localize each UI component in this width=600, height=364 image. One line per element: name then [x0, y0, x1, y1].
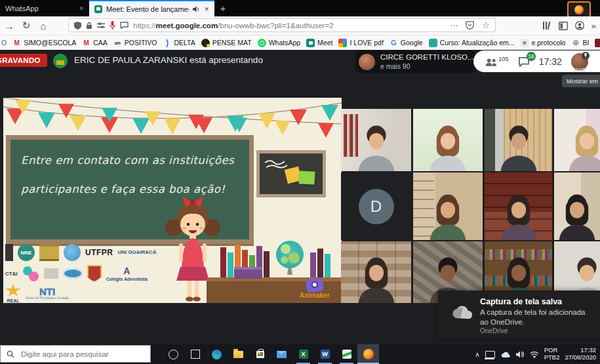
shield-icon[interactable] [74, 22, 81, 30]
tray-date: 27/08/2020 [565, 354, 596, 361]
account-icon[interactable] [575, 21, 584, 30]
bookmark-label: DELTA [174, 39, 195, 47]
close-icon[interactable]: ✕ [204, 6, 209, 12]
presentation-slide[interactable]: Entre em contato com as instituições par… [3, 98, 342, 303]
url-domain: meet.google.com [156, 22, 218, 30]
tab-audio-icon[interactable] [193, 6, 200, 12]
taskbar-search[interactable] [0, 345, 151, 363]
word-button[interactable]: W [314, 344, 336, 364]
onedrive-cloud-icon [450, 304, 475, 322]
bookmark-item[interactable]: SERP [595, 39, 600, 47]
language-indicator[interactable]: POR PTB2 [544, 347, 560, 361]
bookmark-partial[interactable]: O [1, 39, 7, 47]
bookmark-item[interactable]: )DELTA [163, 39, 195, 47]
chat-button[interactable]: 16 [518, 56, 530, 67]
partner-logo-uni-guairac-: UNI GUAIRACÁ [118, 250, 157, 255]
bookmark-label: CAA [93, 39, 108, 47]
participant-video-tile[interactable] [341, 109, 411, 171]
tab-whatsapp[interactable]: WhatsApp ✕ [0, 0, 89, 16]
bookmark-item[interactable]: ⊕BI [571, 39, 589, 47]
meet-top-panel: 105 16 17:32 Você [473, 51, 600, 72]
task-view-button[interactable] [184, 344, 206, 364]
forward-button[interactable]: → [1, 16, 17, 35]
firefox-button[interactable] [357, 344, 379, 364]
store-button[interactable] [249, 344, 271, 364]
bookmark-item[interactable]: Curso: Atualização em... [429, 39, 515, 47]
url-bar[interactable]: https://meet.google.com/bnu-owwb-bwc?pli… [68, 18, 496, 32]
bookmark-item[interactable]: MCAA [82, 39, 108, 47]
you-avatar[interactable]: Você [571, 53, 588, 70]
keyboard-layout: PTB2 [544, 354, 560, 361]
clock-tray[interactable]: 17:32 27/08/2020 [565, 347, 596, 361]
file-explorer-button[interactable] [228, 344, 249, 364]
onedrive-notification[interactable]: Captura de tela salva A captura de tela … [438, 291, 600, 338]
search-input[interactable] [20, 350, 140, 359]
onedrive-tray-icon[interactable] [500, 351, 511, 358]
windows-taskbar: X W ∧ POR PTB2 17:32 [0, 344, 600, 364]
mail-button[interactable] [271, 344, 292, 364]
bookmark-item[interactable]: WhatsApp [258, 39, 300, 47]
pocket-icon[interactable] [466, 21, 474, 30]
bookmark-item[interactable]: MSIMO@ESCOLA [12, 39, 76, 47]
home-button[interactable]: ⌂ [35, 16, 51, 35]
bookmark-item[interactable]: Meet [306, 39, 332, 47]
participant-video-tile[interactable] [485, 109, 552, 171]
participant-video-tile[interactable] [341, 241, 411, 303]
url-text[interactable]: https://meet.google.com/bnu-owwb-bwc?pli… [133, 22, 445, 30]
permissions-icon[interactable] [97, 22, 105, 29]
bookmark-item[interactable]: onPOSITIVO [113, 39, 157, 47]
chat-unread-badge: 16 [527, 52, 536, 61]
green-app-button[interactable] [336, 344, 357, 364]
new-tab-button[interactable]: + [214, 0, 231, 16]
edge-button[interactable] [206, 344, 228, 364]
wifi-icon[interactable] [530, 351, 539, 358]
bookmark-item[interactable]: GGoogle [390, 39, 423, 47]
bookmark-item[interactable]: PENSE MAT [201, 39, 252, 47]
pin-icon [582, 52, 590, 60]
participant-video-tile[interactable] [485, 172, 552, 240]
participant-video-tile[interactable] [413, 109, 483, 171]
pinned-participant[interactable]: CIRCE GORETTI KLOSO... e mais 90 [355, 51, 475, 73]
hangouts-permission-icon[interactable] [120, 22, 129, 29]
recording-badge: GRAVANDO [0, 54, 47, 67]
hidden-icons-chevron[interactable]: ∧ [475, 351, 479, 358]
logo-label: REAL [7, 298, 19, 303]
overflow-menu-icon[interactable]: » [591, 21, 596, 31]
initial-avatar: D [359, 189, 394, 224]
laptop-status-icon[interactable] [485, 351, 495, 358]
meet-clock: 17:32 [539, 56, 562, 67]
store-icon [256, 351, 264, 358]
screen: Entre em contato com as instituições par… [0, 0, 600, 364]
participant-video-tile[interactable] [554, 109, 600, 171]
excel-button[interactable]: X [292, 344, 314, 364]
participant-video-tile[interactable] [413, 172, 483, 240]
sidebar-icon[interactable] [559, 22, 568, 30]
cortana-button[interactable] [163, 344, 184, 364]
reload-button[interactable]: ↻ [18, 16, 34, 35]
close-icon[interactable]: ✕ [79, 5, 84, 12]
microphone-active-icon[interactable] [110, 21, 115, 30]
participant-silhouette [415, 116, 481, 171]
url-path: /bnu-owwb-bwc?pli=1&authuser=2 [218, 22, 333, 30]
partner-logo-partial-dark [5, 244, 13, 261]
pinned-more: e mais 90 [380, 62, 474, 71]
page-actions-icon[interactable]: ⋯ [450, 21, 458, 30]
bookmark-item[interactable]: I LOVE pdf [338, 39, 383, 47]
logos-row-2: CT&IColégio Adventista [5, 263, 148, 284]
library-icon[interactable] [542, 21, 551, 30]
partner-logo-dots-multi [22, 265, 39, 282]
bookmark-item[interactable]: ee.protocolo [521, 39, 566, 47]
bunting-decoration [3, 98, 342, 140]
tab-meet[interactable]: Meet: Evento de lançament ✕ [89, 0, 214, 16]
participant-initial-tile[interactable]: D [341, 172, 411, 240]
volume-icon[interactable] [516, 351, 525, 358]
firefox-logo-button[interactable] [567, 1, 591, 18]
meet-stage: Entre em contato com as instituições par… [0, 50, 600, 344]
partner-logo-building-gold [39, 244, 59, 261]
logo-sublabel: Núcleo de Tecnologia e Inovação [26, 297, 69, 300]
participant-silhouette [554, 185, 600, 240]
lock-icon[interactable] [86, 22, 92, 30]
participants-button[interactable]: 105 [485, 56, 509, 67]
participant-video-tile[interactable] [554, 172, 600, 240]
bookmark-star-icon[interactable]: ☆ [482, 20, 490, 30]
